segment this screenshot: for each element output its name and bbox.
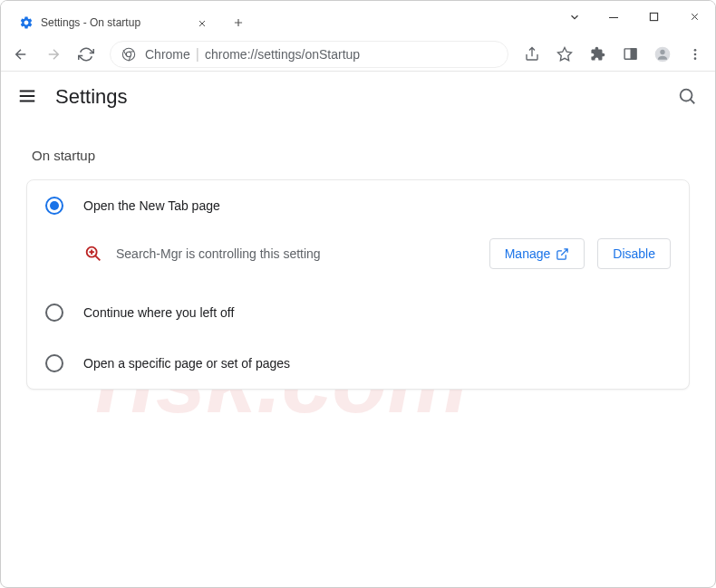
radio-label: Open a specific page or set of pages (83, 356, 290, 371)
window-titlebar: Settings - On startup (1, 1, 715, 37)
section-title: On startup (32, 148, 690, 163)
minimize-button[interactable] (593, 1, 634, 33)
browser-toolbar: Chrome | chrome://settings/onStartup (1, 37, 715, 72)
svg-point-4 (122, 48, 134, 60)
svg-rect-7 (631, 49, 636, 59)
browser-tab[interactable]: Settings - On startup (10, 8, 218, 37)
omnibox-url: chrome://settings/onStartup (205, 47, 360, 62)
extension-notice: Search-Mgr is controlling this setting M… (27, 231, 689, 287)
radio-label: Continue where you left off (83, 305, 234, 320)
svg-point-13 (681, 90, 692, 101)
hamburger-icon[interactable] (17, 86, 39, 108)
address-bar[interactable]: Chrome | chrome://settings/onStartup (110, 41, 508, 68)
menu-icon[interactable] (681, 40, 710, 69)
radio-option-continue[interactable]: Continue where you left off (27, 287, 689, 338)
new-tab-button[interactable] (226, 10, 251, 35)
chrome-icon (121, 47, 136, 62)
profile-icon[interactable] (648, 40, 677, 69)
reload-button[interactable] (72, 40, 101, 69)
manage-label: Manage (505, 246, 551, 261)
notice-text: Search-Mgr is controlling this setting (116, 246, 477, 261)
gear-icon (19, 15, 34, 30)
startup-card: Open the New Tab page Search-Mgr is cont… (26, 179, 690, 390)
radio-option-specific[interactable]: Open a specific page or set of pages (27, 338, 689, 389)
radio-option-new-tab[interactable]: Open the New Tab page (27, 180, 689, 231)
external-link-icon (556, 247, 569, 261)
svg-rect-2 (609, 17, 618, 18)
radio-button[interactable] (45, 354, 63, 372)
close-icon[interactable] (197, 16, 209, 29)
close-window-button[interactable] (674, 1, 715, 33)
extensions-icon[interactable] (583, 40, 612, 69)
svg-point-10 (694, 49, 697, 52)
settings-content: On startup Open the New Tab page Search-… (1, 122, 715, 399)
bookmark-icon[interactable] (550, 40, 579, 69)
svg-point-9 (660, 49, 664, 53)
sidepanel-icon[interactable] (615, 40, 644, 69)
omnibox-separator: | (196, 46, 199, 63)
tab-title: Settings - On startup (41, 16, 197, 29)
page-title: Settings (55, 85, 677, 109)
svg-rect-3 (650, 13, 657, 20)
magnifier-plus-icon (83, 244, 103, 264)
search-icon[interactable] (677, 86, 699, 108)
tabs-dropdown-button[interactable] (556, 1, 593, 33)
forward-button[interactable] (39, 40, 68, 69)
share-icon[interactable] (518, 40, 547, 69)
maximize-button[interactable] (634, 1, 674, 33)
disable-button[interactable]: Disable (597, 238, 671, 269)
svg-point-12 (694, 57, 697, 60)
radio-button[interactable] (45, 304, 63, 322)
manage-button[interactable]: Manage (489, 238, 585, 269)
svg-point-11 (694, 53, 697, 55)
back-button[interactable] (6, 40, 35, 69)
disable-label: Disable (613, 246, 655, 261)
radio-label: Open the New Tab page (83, 198, 220, 213)
settings-header: Settings (1, 72, 715, 122)
svg-point-5 (126, 52, 131, 56)
radio-button[interactable] (45, 197, 63, 215)
omnibox-label: Chrome (145, 47, 190, 62)
